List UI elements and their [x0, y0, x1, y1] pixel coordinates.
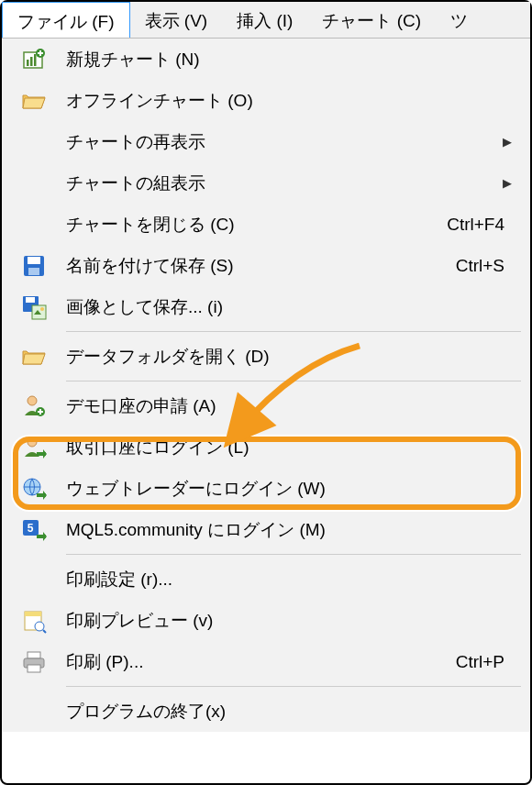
print-icon	[2, 649, 66, 675]
menubar: ファイル (F) 表示 (V) 挿入 (I) チャート (C) ツ	[2, 2, 530, 39]
menuitem-close-chart[interactable]: チャートを閉じる (C) Ctrl+F4	[2, 204, 530, 245]
menuitem-print[interactable]: 印刷 (P)... Ctrl+P	[2, 641, 530, 682]
svg-point-14	[28, 396, 37, 405]
separator	[66, 331, 521, 332]
shortcut-text: Ctrl+F4	[447, 215, 514, 235]
open-folder-icon	[2, 90, 66, 112]
menuitem-label: 印刷プレビュー (v)	[66, 609, 514, 633]
svg-rect-17	[38, 411, 43, 413]
menuitem-label: 印刷 (P)...	[66, 650, 456, 674]
svg-point-13	[40, 307, 44, 311]
menuitem-label: オフラインチャート (O)	[66, 89, 514, 113]
save-image-icon	[2, 294, 66, 320]
menuitem-label: 取引口座にログイン (L)	[66, 436, 514, 459]
menuitem-label: プログラムの終了(x)	[66, 700, 514, 724]
svg-line-25	[43, 630, 46, 633]
menuitem-reshow-chart[interactable]: チャートの再表示 ▶	[2, 121, 530, 162]
svg-rect-8	[28, 257, 40, 264]
menubar-view[interactable]: 表示 (V)	[130, 2, 223, 38]
shortcut-text: Ctrl+S	[456, 256, 514, 276]
print-preview-icon	[2, 608, 66, 634]
svg-point-24	[35, 622, 44, 631]
menuitem-new-chart[interactable]: 新規チャート (N)	[2, 39, 530, 80]
shortcut-text: Ctrl+P	[456, 652, 514, 672]
menuitem-mql5-login[interactable]: 5 MQL5.community にログイン (M)	[2, 509, 530, 550]
user-add-icon	[2, 393, 66, 419]
separator	[66, 686, 521, 687]
submenu-arrow-icon: ▶	[503, 176, 512, 190]
svg-rect-3	[34, 54, 37, 66]
svg-rect-23	[25, 612, 41, 616]
save-icon	[2, 254, 66, 278]
svg-rect-9	[28, 268, 39, 275]
new-chart-icon	[2, 47, 66, 72]
svg-point-18	[28, 437, 37, 447]
menuitem-save-image[interactable]: 画像として保存... (i)	[2, 286, 530, 327]
menuitem-exit[interactable]: プログラムの終了(x)	[2, 691, 530, 732]
menuitem-label: 印刷設定 (r)...	[66, 568, 514, 592]
menuitem-web-trader-login[interactable]: ウェブトレーダーにログイン (W)	[2, 468, 530, 509]
menuitem-label: チャートの組表示	[66, 171, 514, 195]
menuitem-label: データフォルダを開く (D)	[66, 345, 514, 369]
menubar-file[interactable]: ファイル (F)	[2, 2, 130, 38]
menuitem-print-setup[interactable]: 印刷設定 (r)...	[2, 558, 530, 600]
svg-rect-6	[38, 52, 43, 54]
separator	[66, 381, 521, 381]
menuitem-label: チャートを閉じる (C)	[66, 213, 447, 237]
menuitem-label: 画像として保存... (i)	[66, 295, 514, 319]
open-folder-icon	[2, 346, 66, 368]
menuitem-login-account[interactable]: 取引口座にログイン (L)	[2, 426, 530, 468]
svg-rect-28	[28, 665, 40, 672]
menubar-chart[interactable]: チャート (C)	[307, 2, 436, 38]
menuitem-label: チャートの再表示	[66, 130, 514, 154]
svg-rect-26	[28, 652, 40, 658]
menuitem-label: 名前を付けて保存 (S)	[66, 254, 456, 278]
svg-rect-1	[27, 60, 29, 66]
web-login-icon	[2, 476, 66, 502]
menuitem-demo-account[interactable]: デモ口座の申請 (A)	[2, 385, 530, 426]
menuitem-chart-group[interactable]: チャートの組表示 ▶	[2, 162, 530, 204]
menuitem-label: 新規チャート (N)	[66, 48, 514, 72]
svg-rect-11	[26, 297, 35, 303]
menuitem-open-data-folder[interactable]: データフォルダを開く (D)	[2, 336, 530, 377]
menubar-insert[interactable]: 挿入 (I)	[222, 2, 307, 38]
menubar-more[interactable]: ツ	[436, 2, 482, 38]
menuitem-label: MQL5.community にログイン (M)	[66, 518, 514, 542]
file-dropdown: 新規チャート (N) オフラインチャート (O) チャートの再表示 ▶ チャート…	[2, 39, 530, 732]
menuitem-offline-chart[interactable]: オフラインチャート (O)	[2, 80, 530, 121]
menuitem-label: デモ口座の申請 (A)	[66, 394, 514, 418]
user-login-icon	[2, 435, 66, 460]
svg-text:5: 5	[28, 522, 34, 535]
separator	[66, 554, 521, 555]
submenu-arrow-icon: ▶	[503, 135, 512, 149]
menuitem-print-preview[interactable]: 印刷プレビュー (v)	[2, 600, 530, 641]
menuitem-save-as[interactable]: 名前を付けて保存 (S) Ctrl+S	[2, 245, 530, 286]
menuitem-label: ウェブトレーダーにログイン (W)	[66, 477, 514, 501]
svg-rect-2	[30, 57, 33, 66]
mql5-icon: 5	[2, 517, 66, 543]
